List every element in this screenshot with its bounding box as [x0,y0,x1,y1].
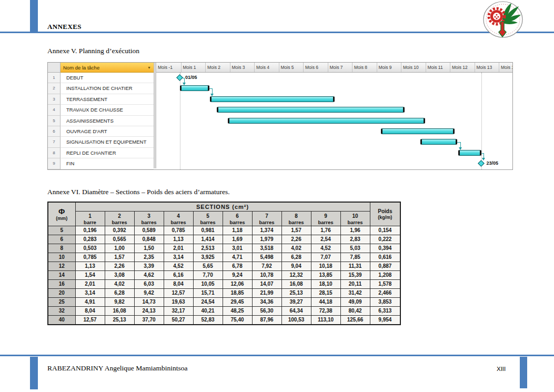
section-value-cell: 56,30 [252,307,281,316]
footer-accent-bar-right [520,357,527,388]
section-value-cell: 18,10 [311,280,340,289]
diameter-cell: 6 [48,235,75,244]
section-value-cell: 5,498 [252,253,281,262]
bars-count-header: 5barres [193,212,223,226]
sections-group-header: SECTIONS (cm²) [75,202,370,212]
bars-count-header: 1barre [75,212,105,226]
weight-column-header: Poids(kg/m) [370,202,400,226]
section-value-cell: 3,08 [105,271,134,280]
section-value-cell: 52,83 [193,316,223,325]
bars-count-header: 6barres [223,212,252,226]
section-value-cell: 0,503 [75,244,105,253]
section-value-cell: 2,26 [105,262,134,271]
section-value-cell: 2,83 [340,235,370,244]
section-value-cell: 34,36 [252,298,281,307]
section-value-cell: 5,03 [340,244,370,253]
task-name-cell: FIN [61,158,154,169]
section-value-cell: 6,78 [223,262,252,271]
steel-table-row: 162,014,026,038,0410,0512,0614,0716,0818… [48,280,400,289]
section-value-cell: 1,69 [223,235,252,244]
gantt-task-bar[interactable] [458,150,481,156]
section-value-cell: 6,03 [134,280,164,289]
diameter-cell: 25 [48,298,75,307]
section-value-cell: 1,13 [75,262,105,271]
section-value-cell: 1,54 [75,271,105,280]
bars-count: 1 [76,213,105,219]
diameter-cell: 20 [48,289,75,298]
weight-value-cell: 6,313 [370,307,400,316]
timeline-column-header: Mois 13 [475,63,499,73]
timeline-column-header: Mois 3 [230,63,255,73]
section-value-cell: 1,57 [281,226,311,235]
task-name-cell: DEBUT [61,73,154,83]
bars-count: 9 [311,213,340,219]
section-value-cell: 9,04 [281,262,311,271]
weight-value-cell: 0,222 [370,235,400,244]
milestone-date-label: 23/05 [487,160,499,166]
gantt-task-bar[interactable] [210,96,335,102]
section-value-cell: 1,13 [164,235,193,244]
timeline-column-header: Mois 14 [499,63,512,73]
bars-count: 5 [194,213,223,219]
header-rule [0,32,554,33]
section-value-cell: 40,21 [193,307,223,316]
task-row-number: 8 [48,148,61,158]
footer-rule [0,355,554,356]
gantt-task-bar[interactable] [381,128,455,134]
bars-count: 7 [253,213,281,219]
timeline-column-header: Mois 4 [254,63,279,73]
task-link-arrowhead [210,94,214,96]
section-value-cell: 64,34 [281,307,311,316]
timeline-column-header: Mois 2 [205,63,230,73]
section-value-cell: 14,73 [134,298,164,307]
section-value-cell: 0,565 [105,235,134,244]
steel-table-row: 50,1960,3920,5890,7850,9811,181,3741,571… [48,226,400,235]
section-value-cell: 3,925 [193,253,223,262]
section-value-cell: 0,785 [164,226,193,235]
steel-table-row: 121,132,263,394,525,656,787,929,0410,181… [48,262,400,271]
section-value-cell: 15,39 [340,271,370,280]
section-value-cell: 29,45 [223,298,252,307]
gantt-task-bar[interactable] [217,107,405,113]
timeline-column-header: Mois 12 [450,63,475,73]
bars-count: 6 [223,213,252,219]
section-value-cell: 10,18 [311,262,340,271]
section-value-cell: 8,04 [164,280,193,289]
timeline-column-header: Mois 6 [303,63,328,73]
steel-table-row: 80,5031,001,502,012,5133,013,5184,024,52… [48,244,400,253]
section-value-cell: 50,27 [164,316,193,325]
gantt-task-bar[interactable] [180,85,209,91]
section-value-cell: 4,02 [105,280,134,289]
section-value-cell: 10,05 [193,280,223,289]
section-value-cell: 25,13 [281,289,311,298]
filter-dropdown-icon[interactable]: ▼ [147,66,151,69]
gantt-task-bar[interactable] [228,118,426,124]
section-value-cell: 3,518 [252,244,281,253]
section-value-cell: 18,85 [223,289,252,298]
steel-table-row: 100,7851,572,353,143,9254,715,4986,287,0… [48,253,400,262]
diameter-cell: 8 [48,244,75,253]
task-name-column-header[interactable]: Nom de la tâche▼ [61,63,154,73]
section-value-cell: 4,52 [164,262,193,271]
bars-count: 2 [105,213,134,219]
task-row-number: 2 [48,83,61,94]
section-value-cell: 1,50 [134,244,164,253]
section-value-cell: 9,42 [134,289,164,298]
diameter-cell: 12 [48,262,75,271]
weight-value-cell: 2,466 [370,289,400,298]
section-value-cell: 72,38 [311,307,340,316]
task-name-cell: OUVRAGE D'ART [61,126,154,137]
gantt-task-bar[interactable] [420,139,457,145]
milestone-diamond[interactable] [478,160,485,167]
annexe-v-title: Annexe V. Planning d’exécution [47,47,139,55]
bars-count-header: 7barres [252,212,281,226]
section-value-cell: 12,06 [223,280,252,289]
weight-value-cell: 1,578 [370,280,400,289]
section-value-cell: 2,513 [193,244,223,253]
bars-unit: barres [341,219,370,225]
section-value-cell: 1,979 [252,235,281,244]
section-value-cell: 1,57 [105,253,134,262]
annexe-vi-title: Annexe VI. Diamètre – Sections – Poids d… [47,188,230,196]
section-value-cell: 80,42 [340,307,370,316]
section-value-cell: 20,11 [340,280,370,289]
